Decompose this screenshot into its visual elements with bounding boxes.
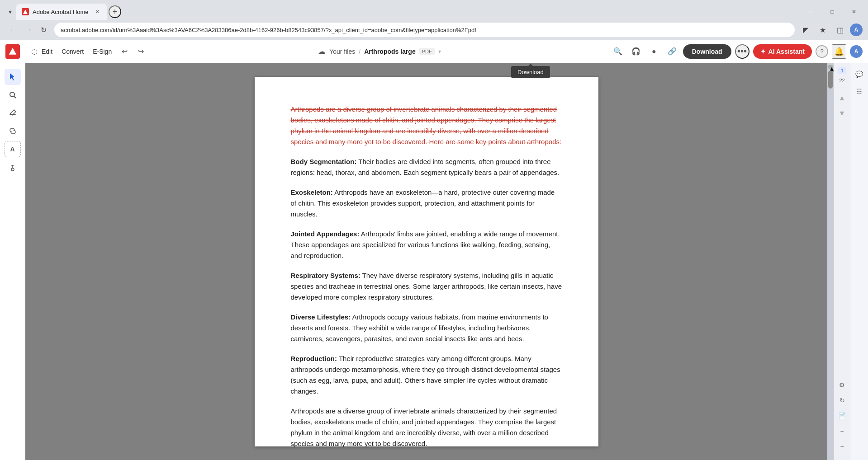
cursor-icon [9, 73, 17, 81]
chain-icon [9, 127, 17, 135]
download-tooltip: Download [511, 66, 550, 78]
annotate-tool-button[interactable] [5, 105, 21, 121]
left-sidebar: A [0, 63, 25, 460]
redo-button[interactable]: ↪ [133, 44, 148, 59]
toolbar-right: 🔍 🎧 ● 🔗 Download ••• ✦ AI Assistant ? 🔔 … [611, 44, 863, 59]
acrobat-toolbar: ◌ Edit Convert E-Sign ↩ ↪ ☁ Your files /… [0, 40, 868, 63]
svg-point-1 [10, 92, 14, 97]
toolbar-history: ◌ [27, 44, 42, 59]
document-icon[interactable]: 📄 [836, 409, 849, 422]
active-tab[interactable]: Adobe Acrobat Home ✕ [16, 4, 107, 20]
svg-marker-0 [10, 73, 15, 80]
toolbar-center: ☁ Your files / Arthropods large PDF ▾ [148, 47, 611, 56]
settings-icon[interactable]: ⚙ [836, 379, 849, 391]
zoom-in-icon[interactable]: + [836, 425, 849, 437]
adobe-logo-icon [8, 47, 17, 56]
erase-tool-button[interactable] [5, 159, 21, 175]
back-button[interactable]: ← [5, 23, 20, 37]
far-right-panel: 💬 ☷ [850, 63, 868, 460]
extensions-icon[interactable]: ◫ [833, 23, 847, 37]
breadcrumb-separator: / [359, 48, 360, 55]
url-bar[interactable]: acrobat.adobe.com/id/urn%3Aaaid%3Asc%3AV… [54, 23, 795, 37]
headphones-button[interactable]: 🎧 [629, 44, 643, 59]
text-tool-button[interactable]: A [5, 141, 21, 157]
pdf-paragraph-0: Body Segmentation: Their bodies are divi… [291, 156, 562, 178]
pdf-page: Arthropods are a diverse group of invert… [255, 77, 598, 446]
menu-esign[interactable]: E-Sign [93, 46, 112, 57]
zoom-tool-button[interactable] [5, 87, 21, 103]
history-button[interactable]: ◌ [27, 44, 42, 59]
pdf-bottom-text: Arthropods are a diverse group of invert… [291, 406, 562, 449]
pdf-content: Body Segmentation: Their bodies are divi… [291, 156, 562, 397]
divider [836, 88, 849, 88]
link-tool-button[interactable] [5, 123, 21, 139]
strikethrough-text: Arthropods are a diverse group of invert… [291, 104, 562, 147]
more-options-button[interactable]: ••• [735, 44, 749, 59]
page-number-current[interactable]: 1 [838, 67, 845, 74]
toolbar-menu: Edit Convert E-Sign [42, 46, 112, 57]
ai-icon: ✦ [760, 48, 766, 55]
pdf-paragraph-3: Respiratory Systems: They have diverse r… [291, 270, 562, 303]
refresh-icon[interactable]: ↻ [836, 394, 849, 407]
comments-panel-button[interactable]: 💬 [852, 67, 867, 81]
notification-button[interactable]: 🔔 [832, 44, 846, 59]
zoom-out-icon[interactable]: − [836, 440, 849, 453]
scroll-up-button[interactable]: ▲ [836, 92, 849, 104]
tab-title: Adobe Acrobat Home [33, 9, 91, 15]
menu-edit[interactable]: Edit [42, 46, 52, 57]
maximize-button[interactable]: □ [822, 5, 843, 19]
link-button[interactable]: 🔗 [665, 44, 679, 59]
svg-line-2 [14, 96, 16, 98]
tab-close-button[interactable]: ✕ [93, 8, 101, 16]
grid-panel-button[interactable]: ☷ [852, 84, 867, 99]
minimize-button[interactable]: ─ [800, 5, 821, 19]
tab-dropdown-arrow[interactable]: ▾ [4, 5, 16, 18]
breadcrumb: ☁ Your files / Arthropods large PDF ▾ [318, 47, 441, 56]
eraser-icon [9, 163, 17, 171]
ai-assistant-label: AI Assistant [768, 48, 805, 55]
acrobat-logo [5, 44, 20, 59]
breadcrumb-chevron-icon[interactable]: ▾ [438, 48, 441, 55]
user-avatar[interactable]: A [850, 45, 863, 58]
ai-assistant-button[interactable]: ✦ AI Assistant [753, 44, 812, 59]
search-button[interactable]: 🔍 [611, 44, 625, 59]
pdf-paragraph-4: Diverse Lifestyles: Arthropods occupy va… [291, 312, 562, 344]
screen-share-icon[interactable]: ◤ [798, 23, 813, 37]
scrollbar[interactable]: ▲ [827, 63, 834, 460]
scroll-up-arrow[interactable]: ▲ [828, 65, 833, 69]
select-tool-button[interactable] [5, 69, 21, 85]
help-button[interactable]: ? [816, 45, 828, 58]
forward-button[interactable]: → [21, 23, 35, 37]
download-label: Download [692, 48, 722, 55]
url-text: acrobat.adobe.com/id/urn%3Aaaid%3Asc%3AV… [61, 27, 788, 33]
pdf-badge: PDF [419, 48, 435, 55]
pdf-paragraph-5: Reproduction: Their reproductive strateg… [291, 353, 562, 397]
download-button[interactable]: Download [683, 44, 731, 59]
page-number-total[interactable]: 22 [837, 77, 847, 84]
pdf-paragraph-1: Exoskeleton: Arthropods have an exoskele… [291, 187, 562, 220]
translate-button[interactable]: ● [647, 44, 661, 59]
svg-point-4 [11, 168, 14, 171]
cloud-icon: ☁ [318, 47, 326, 56]
breadcrumb-filename: Arthropods large [364, 48, 416, 55]
new-tab-button[interactable]: + [109, 5, 121, 18]
pencil-icon [9, 109, 17, 117]
breadcrumb-your-files[interactable]: Your files [329, 48, 355, 55]
pdf-paragraph-2: Jointed Appendages: Arthropods' limbs ar… [291, 229, 562, 261]
bookmark-icon[interactable]: ★ [816, 23, 830, 37]
pdf-viewer: Arthropods are a diverse group of invert… [25, 63, 827, 460]
menu-convert[interactable]: Convert [62, 46, 84, 57]
reload-button[interactable]: ↻ [36, 23, 51, 37]
tab-favicon [22, 8, 29, 15]
undo-button[interactable]: ↩ [117, 44, 132, 59]
zoom-icon [9, 91, 17, 99]
right-sidebar: 1 22 ▲ ▼ ⚙ ↻ 📄 + − [834, 63, 850, 460]
scroll-thumb[interactable] [828, 70, 833, 89]
scroll-down-button[interactable]: ▼ [836, 107, 849, 120]
profile-avatar[interactable]: A [850, 23, 863, 36]
close-button[interactable]: ✕ [844, 5, 864, 19]
